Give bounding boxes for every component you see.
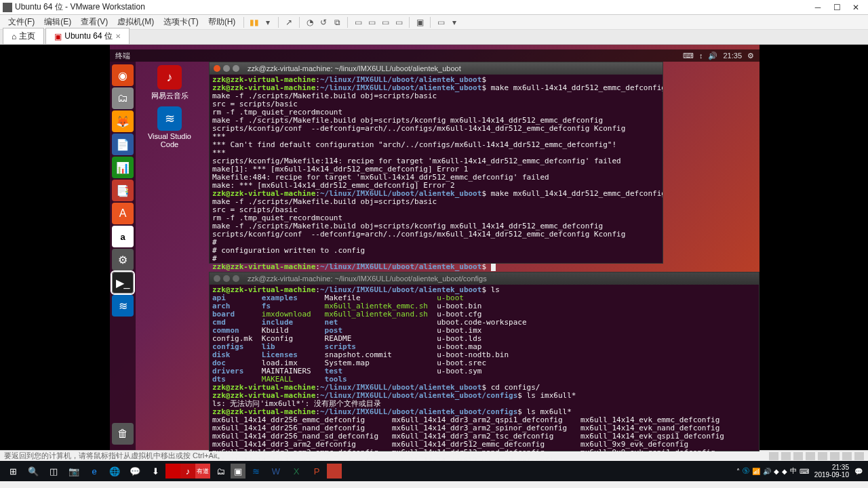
dev-icon-1[interactable] <box>769 452 778 460</box>
terminal-window-2[interactable]: zzk@zzk-virtual-machine: ~/linux/IMX6ULL… <box>209 272 760 451</box>
chrome-icon[interactable]: 🌐 <box>104 462 125 480</box>
ppt-icon[interactable]: P <box>307 462 327 480</box>
status-device-icons <box>769 452 864 460</box>
terminal-window-1[interactable]: zzk@zzk-virtual-machine: ~/linux/IMX6ULL… <box>209 62 663 264</box>
unity-launcher: ◉ 🗂 🦊 📄 📊 📑 A a ⚙ ▶_ ≋ 🗑 <box>110 62 136 450</box>
term2-min-icon[interactable] <box>223 275 230 282</box>
dash-button[interactable]: ◉ <box>112 64 134 86</box>
tab-close-icon[interactable]: ✕ <box>115 33 121 40</box>
gear-icon[interactable]: ⚙ <box>747 52 754 60</box>
desktop-icons: ♪ 网易云音乐 ≋ Visual Studio Code <box>144 65 195 148</box>
firefox-icon[interactable]: 🦊 <box>112 110 134 132</box>
desktop-vscode[interactable]: ≋ Visual Studio Code <box>144 106 195 148</box>
vm-display[interactable]: 终端 ⌨ ↕ 🔊 21:35 ⚙ ◉ 🗂 🦊 📄 📊 📑 A a ⚙ ▶_ ≋ … <box>0 45 868 450</box>
home-icon: ⌂ <box>12 32 16 41</box>
vscode-taskbar-icon[interactable]: ≋ <box>245 462 266 480</box>
clock-label[interactable]: 21:35 <box>723 52 742 60</box>
taskview-icon[interactable]: ◫ <box>43 462 64 480</box>
term2-close-icon[interactable] <box>214 275 220 282</box>
tab-vm[interactable]: ▣ Ubuntu 64 位 ✕ <box>45 28 130 44</box>
wechat-icon[interactable]: 💬 <box>125 462 145 480</box>
tray-up-icon[interactable]: ˄ <box>736 468 740 475</box>
revert-icon[interactable]: ↺ <box>317 16 330 28</box>
network-icon[interactable]: ↕ <box>699 52 703 60</box>
snapshot-icon[interactable]: ◔ <box>304 16 316 28</box>
calc-icon[interactable]: 📊 <box>112 157 134 178</box>
start-button[interactable]: ⊞ <box>3 462 23 480</box>
menu-view[interactable]: 查看(V) <box>77 15 112 29</box>
tray-net-icon[interactable]: 📶 <box>752 468 760 475</box>
netease-icon: ♪ <box>157 65 182 89</box>
dev-icon-6[interactable] <box>830 452 840 460</box>
term2-body[interactable]: zzk@zzk-virtual-machine:~/linux/IMX6ULL/… <box>210 285 759 466</box>
term1-max-icon[interactable] <box>233 65 239 72</box>
term1-cursor <box>491 264 496 271</box>
term2-max-icon[interactable] <box>233 275 239 282</box>
tray-keyboard-icon[interactable]: ⌨ <box>800 468 809 475</box>
dropdown-icon[interactable]: ▾ <box>262 16 274 28</box>
term2-titlebar[interactable]: zzk@zzk-virtual-machine: ~/linux/IMX6ULL… <box>210 272 759 285</box>
netease-taskbar-icon[interactable]: ♪ <box>180 464 195 479</box>
send-icon[interactable]: ↗ <box>283 16 295 28</box>
menu-help[interactable]: 帮助(H) <box>204 15 240 29</box>
tray-gray1-icon[interactable]: ◆ <box>774 468 779 475</box>
settings-icon[interactable]: ⚙ <box>112 249 134 270</box>
unity-icon[interactable]: ▭ <box>435 16 447 28</box>
fullscreen-icon[interactable]: ▣ <box>414 16 426 28</box>
menu-vm[interactable]: 虚拟机(M) <box>113 15 158 29</box>
software-icon[interactable]: A <box>112 203 134 224</box>
tray-ime[interactable]: 中 <box>790 466 797 476</box>
dev-icon-3[interactable] <box>793 452 803 460</box>
menu-edit[interactable]: 编辑(E) <box>40 15 75 29</box>
dev-icon-5[interactable] <box>818 452 827 460</box>
sound-icon[interactable]: 🔊 <box>708 52 717 60</box>
terminal-icon[interactable]: ▶_ <box>112 272 134 293</box>
tray-sound-icon[interactable]: 🔊 <box>763 468 771 475</box>
word-icon[interactable]: W <box>266 462 286 480</box>
red1-icon[interactable] <box>165 464 180 479</box>
search-icon[interactable]: 🔍 <box>23 462 43 480</box>
term1-min-icon[interactable] <box>223 65 230 72</box>
tray-skype-icon[interactable]: Ⓢ <box>743 466 749 476</box>
menu-tabs[interactable]: 选项卡(T) <box>159 15 202 29</box>
red2-icon[interactable]: 有道 <box>195 464 210 479</box>
vmware-taskbar-icon[interactable]: ▣ <box>231 464 245 479</box>
term1-close-icon[interactable] <box>214 65 220 72</box>
layout2-icon[interactable]: ▭ <box>366 16 378 28</box>
app-icon[interactable] <box>327 464 342 479</box>
dev-icon-8[interactable] <box>854 452 864 460</box>
manage-icon[interactable]: ⧉ <box>331 16 343 28</box>
close-button[interactable]: ✕ <box>846 1 865 14</box>
term1-body[interactable]: zzk@zzk-virtual-machine:~/linux/IMX6ULL/… <box>210 75 663 272</box>
explorer-icon[interactable]: 🗂 <box>210 462 231 480</box>
tray-clock[interactable]: 21:35 2019-09-10 <box>812 464 852 479</box>
dev-icon-7[interactable] <box>842 452 852 460</box>
dropdown2-icon[interactable]: ▾ <box>448 16 460 28</box>
layout4-icon[interactable]: ▭ <box>393 16 405 28</box>
trash-icon[interactable]: 🗑 <box>112 423 134 445</box>
keyboard-icon[interactable]: ⌨ <box>683 52 694 60</box>
tray-gray2-icon[interactable]: ◆ <box>782 468 787 475</box>
maximize-button[interactable]: ☐ <box>827 1 846 14</box>
layout3-icon[interactable]: ▭ <box>379 16 391 28</box>
edge-icon[interactable]: e <box>84 462 104 480</box>
desktop-netease[interactable]: ♪ 网易云音乐 <box>144 65 195 101</box>
dev-icon-2[interactable] <box>781 452 791 460</box>
layout1-icon[interactable]: ▭ <box>352 16 364 28</box>
tray-notif-icon[interactable]: 💬 <box>854 468 863 475</box>
down-icon[interactable]: ⬇ <box>145 462 165 480</box>
term1-titlebar[interactable]: zzk@zzk-virtual-machine: ~/linux/IMX6ULL… <box>210 62 663 75</box>
amazon-icon[interactable]: a <box>112 226 134 247</box>
minimize-button[interactable]: ─ <box>808 1 827 14</box>
excel-icon[interactable]: X <box>286 462 307 480</box>
files-icon[interactable]: 🗂 <box>112 87 134 109</box>
vscode-icon[interactable]: ≋ <box>112 295 134 317</box>
impress-icon[interactable]: 📑 <box>112 180 134 201</box>
writer-icon[interactable]: 📄 <box>112 134 134 155</box>
pause-icon[interactable]: ▮▮ <box>248 16 260 28</box>
camera-icon[interactable]: 📷 <box>64 462 84 480</box>
system-tray: ˄ Ⓢ 📶 🔊 ◆ ◆ 中 ⌨ 21:35 2019-09-10 💬 <box>736 464 865 479</box>
tab-home[interactable]: ⌂ 主页 <box>3 28 44 44</box>
menu-file[interactable]: 文件(F) <box>4 15 39 29</box>
dev-icon-4[interactable] <box>806 452 815 460</box>
